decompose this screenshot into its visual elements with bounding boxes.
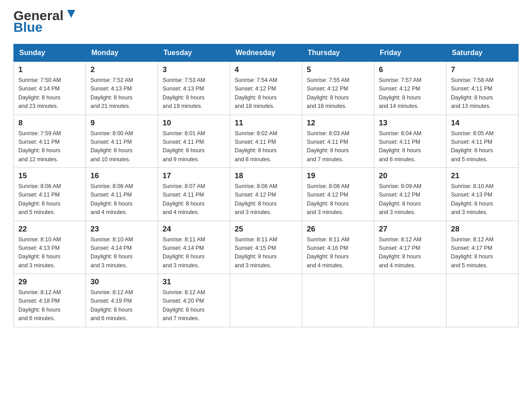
weekday-header-sunday: Sunday — [14, 44, 86, 62]
day-number: 2 — [90, 65, 153, 74]
svg-marker-0 — [67, 10, 75, 18]
day-info: Sunrise: 8:08 AM Sunset: 4:12 PM Dayligh… — [235, 182, 297, 217]
day-info: Sunrise: 8:01 AM Sunset: 4:11 PM Dayligh… — [163, 129, 225, 164]
logo-text-blue: Blue — [13, 20, 43, 35]
calendar-cell: 6 Sunrise: 7:57 AM Sunset: 4:12 PM Dayli… — [374, 62, 446, 115]
day-info: Sunrise: 8:10 AM Sunset: 4:13 PM Dayligh… — [18, 235, 81, 270]
day-number: 21 — [451, 171, 514, 180]
calendar-cell: 27 Sunrise: 8:12 AM Sunset: 4:17 PM Dayl… — [374, 221, 446, 274]
calendar-cell: 20 Sunrise: 8:09 AM Sunset: 4:12 PM Dayl… — [374, 168, 446, 221]
day-number: 28 — [451, 225, 514, 234]
weekday-header-thursday: Thursday — [302, 44, 374, 62]
calendar-cell: 2 Sunrise: 7:52 AM Sunset: 4:13 PM Dayli… — [86, 62, 158, 115]
day-number: 5 — [307, 65, 369, 74]
week-row-5: 29 Sunrise: 8:12 AM Sunset: 4:18 PM Dayl… — [14, 274, 519, 327]
calendar-cell: 31 Sunrise: 8:12 AM Sunset: 4:20 PM Dayl… — [158, 274, 230, 327]
week-row-2: 8 Sunrise: 7:59 AM Sunset: 4:11 PM Dayli… — [14, 115, 519, 168]
day-info: Sunrise: 8:11 AM Sunset: 4:15 PM Dayligh… — [235, 235, 297, 270]
day-number: 10 — [163, 119, 225, 128]
day-info: Sunrise: 7:50 AM Sunset: 4:14 PM Dayligh… — [18, 76, 81, 111]
calendar-cell: 25 Sunrise: 8:11 AM Sunset: 4:15 PM Dayl… — [230, 221, 302, 274]
calendar-cell: 11 Sunrise: 8:02 AM Sunset: 4:11 PM Dayl… — [230, 115, 302, 168]
day-number: 9 — [90, 119, 153, 128]
day-info: Sunrise: 7:57 AM Sunset: 4:12 PM Dayligh… — [379, 76, 442, 111]
calendar-cell: 24 Sunrise: 8:11 AM Sunset: 4:14 PM Dayl… — [158, 221, 230, 274]
day-info: Sunrise: 8:12 AM Sunset: 4:18 PM Dayligh… — [18, 288, 81, 323]
calendar-cell: 19 Sunrise: 8:08 AM Sunset: 4:12 PM Dayl… — [302, 168, 374, 221]
day-info: Sunrise: 7:52 AM Sunset: 4:13 PM Dayligh… — [90, 76, 153, 111]
calendar-cell: 13 Sunrise: 8:04 AM Sunset: 4:11 PM Dayl… — [374, 115, 446, 168]
weekday-header-saturday: Saturday — [446, 44, 519, 62]
day-info: Sunrise: 8:09 AM Sunset: 4:12 PM Dayligh… — [379, 182, 442, 217]
day-info: Sunrise: 8:12 AM Sunset: 4:19 PM Dayligh… — [90, 288, 153, 323]
calendar-table: SundayMondayTuesdayWednesdayThursdayFrid… — [13, 44, 519, 327]
calendar-cell: 26 Sunrise: 8:11 AM Sunset: 4:16 PM Dayl… — [302, 221, 374, 274]
calendar-cell — [446, 274, 519, 327]
day-number: 24 — [163, 225, 225, 234]
weekday-header-friday: Friday — [374, 44, 446, 62]
day-info: Sunrise: 8:10 AM Sunset: 4:14 PM Dayligh… — [90, 235, 153, 270]
day-number: 4 — [235, 65, 297, 74]
day-info: Sunrise: 7:53 AM Sunset: 4:13 PM Dayligh… — [163, 76, 225, 111]
day-info: Sunrise: 8:04 AM Sunset: 4:11 PM Dayligh… — [379, 129, 442, 164]
day-number: 30 — [90, 278, 153, 287]
calendar-cell: 4 Sunrise: 7:54 AM Sunset: 4:12 PM Dayli… — [230, 62, 302, 115]
day-number: 16 — [90, 171, 153, 180]
calendar-cell: 14 Sunrise: 8:05 AM Sunset: 4:11 PM Dayl… — [446, 115, 519, 168]
calendar-cell — [302, 274, 374, 327]
day-info: Sunrise: 7:59 AM Sunset: 4:11 PM Dayligh… — [18, 129, 81, 164]
day-number: 12 — [307, 119, 369, 128]
day-number: 23 — [90, 225, 153, 234]
day-info: Sunrise: 7:54 AM Sunset: 4:12 PM Dayligh… — [235, 76, 297, 111]
logo: General Blue — [13, 9, 78, 35]
day-info: Sunrise: 8:12 AM Sunset: 4:20 PM Dayligh… — [163, 288, 225, 323]
day-number: 15 — [18, 171, 81, 180]
calendar-cell: 23 Sunrise: 8:10 AM Sunset: 4:14 PM Dayl… — [86, 221, 158, 274]
calendar-cell: 17 Sunrise: 8:07 AM Sunset: 4:11 PM Dayl… — [158, 168, 230, 221]
day-info: Sunrise: 8:07 AM Sunset: 4:11 PM Dayligh… — [163, 182, 225, 217]
day-info: Sunrise: 8:10 AM Sunset: 4:13 PM Dayligh… — [451, 182, 514, 217]
day-info: Sunrise: 8:08 AM Sunset: 4:12 PM Dayligh… — [307, 182, 369, 217]
day-number: 14 — [451, 119, 514, 128]
weekday-header-tuesday: Tuesday — [158, 44, 230, 62]
page-header: General Blue — [13, 9, 519, 35]
calendar-cell: 5 Sunrise: 7:55 AM Sunset: 4:12 PM Dayli… — [302, 62, 374, 115]
day-number: 22 — [18, 225, 81, 234]
calendar-cell: 18 Sunrise: 8:08 AM Sunset: 4:12 PM Dayl… — [230, 168, 302, 221]
day-number: 20 — [379, 171, 442, 180]
calendar-cell: 7 Sunrise: 7:58 AM Sunset: 4:11 PM Dayli… — [446, 62, 519, 115]
day-number: 29 — [18, 278, 81, 287]
day-number: 17 — [163, 171, 225, 180]
calendar-cell: 3 Sunrise: 7:53 AM Sunset: 4:13 PM Dayli… — [158, 62, 230, 115]
day-info: Sunrise: 8:06 AM Sunset: 4:11 PM Dayligh… — [90, 182, 153, 217]
day-info: Sunrise: 8:12 AM Sunset: 4:17 PM Dayligh… — [379, 235, 442, 270]
day-number: 3 — [163, 65, 225, 74]
calendar-cell: 10 Sunrise: 8:01 AM Sunset: 4:11 PM Dayl… — [158, 115, 230, 168]
calendar-cell — [230, 274, 302, 327]
calendar-cell — [374, 274, 446, 327]
calendar-cell: 9 Sunrise: 8:00 AM Sunset: 4:11 PM Dayli… — [86, 115, 158, 168]
day-number: 26 — [307, 225, 369, 234]
day-number: 1 — [18, 65, 81, 74]
day-info: Sunrise: 8:02 AM Sunset: 4:11 PM Dayligh… — [235, 129, 297, 164]
day-number: 18 — [235, 171, 297, 180]
day-number: 13 — [379, 119, 442, 128]
calendar-cell: 29 Sunrise: 8:12 AM Sunset: 4:18 PM Dayl… — [14, 274, 86, 327]
day-info: Sunrise: 8:11 AM Sunset: 4:16 PM Dayligh… — [307, 235, 369, 270]
calendar-cell: 8 Sunrise: 7:59 AM Sunset: 4:11 PM Dayli… — [14, 115, 86, 168]
day-number: 6 — [379, 65, 442, 74]
day-info: Sunrise: 8:00 AM Sunset: 4:11 PM Dayligh… — [90, 129, 153, 164]
day-info: Sunrise: 7:55 AM Sunset: 4:12 PM Dayligh… — [307, 76, 369, 111]
calendar-cell: 21 Sunrise: 8:10 AM Sunset: 4:13 PM Dayl… — [446, 168, 519, 221]
day-number: 25 — [235, 225, 297, 234]
calendar-cell: 1 Sunrise: 7:50 AM Sunset: 4:14 PM Dayli… — [14, 62, 86, 115]
day-number: 11 — [235, 119, 297, 128]
calendar-cell: 16 Sunrise: 8:06 AM Sunset: 4:11 PM Dayl… — [86, 168, 158, 221]
logo-arrow-icon — [64, 8, 78, 21]
day-info: Sunrise: 8:06 AM Sunset: 4:11 PM Dayligh… — [18, 182, 81, 217]
weekday-header-monday: Monday — [86, 44, 158, 62]
day-info: Sunrise: 8:12 AM Sunset: 4:17 PM Dayligh… — [451, 235, 514, 270]
calendar-cell: 12 Sunrise: 8:03 AM Sunset: 4:11 PM Dayl… — [302, 115, 374, 168]
week-row-3: 15 Sunrise: 8:06 AM Sunset: 4:11 PM Dayl… — [14, 168, 519, 221]
calendar-cell: 30 Sunrise: 8:12 AM Sunset: 4:19 PM Dayl… — [86, 274, 158, 327]
